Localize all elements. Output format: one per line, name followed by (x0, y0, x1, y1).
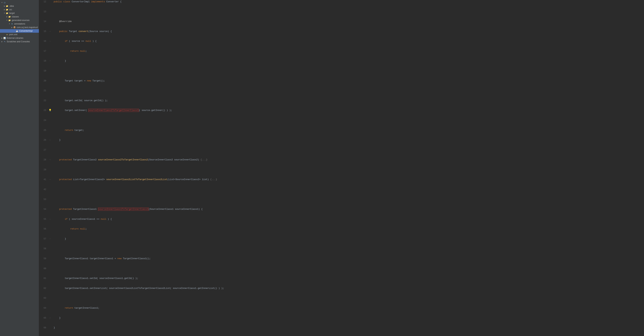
table-row: 54 protected TargetInnerClass1 sourceInn… (39, 207, 644, 217)
table-row: 41─ protected List<TargetInnerClass2> so… (39, 178, 644, 188)
gutter-cell: ─ (48, 316, 52, 326)
tree-arrow-gen (6, 19, 8, 21)
gutter-cell (48, 326, 52, 336)
code-line: target.setInner( sourceInnerClass1ToTarg… (52, 109, 644, 119)
line-number: 56 (39, 227, 48, 237)
gutter-cell (48, 89, 52, 99)
code-line: TargetInnerClass1 targetInnerClass1 = ne… (52, 257, 644, 267)
code-line: if ( source == null ) { (52, 40, 644, 50)
table-row: 29 (39, 168, 644, 178)
tree-arrow-src (3, 9, 6, 11)
code-line (52, 69, 644, 79)
table-row: 19 (39, 69, 644, 79)
line-number: 66 (39, 326, 48, 336)
code-line (52, 10, 644, 20)
line-number: 26 (39, 138, 48, 148)
table-row: 62 targetInnerClass1.setInnerList( sourc… (39, 286, 644, 296)
tree-item-generated-sources[interactable]: 📁 generated-sources (0, 19, 39, 22)
gutter-cell (48, 99, 52, 109)
gutter-cell: ─ (48, 158, 52, 168)
tree-arrow-idea (3, 5, 6, 7)
line-number: 60 (39, 267, 48, 277)
code-line (52, 148, 644, 158)
folder-icon-idea: 📁 (6, 5, 8, 8)
folder-icon-classes: 📁 (8, 15, 11, 18)
table-row: 12public class ConverterImpl implements … (39, 0, 644, 10)
table-row: 13 (39, 10, 644, 20)
line-number: 57 (39, 237, 48, 247)
gutter-cell (48, 168, 52, 178)
line-number: 20 (39, 79, 48, 89)
tree-label-pom: pom.xml (9, 33, 17, 36)
folder-icon-gen: 📁 (8, 19, 11, 22)
line-number: 13 (39, 10, 48, 20)
tree-arrow-scratches (1, 41, 3, 43)
tree-item-pomxml[interactable]: m pom.xml (0, 33, 39, 36)
package-icon: 📦 (13, 26, 16, 29)
folder-icon-src: 📁 (6, 8, 8, 11)
code-line (52, 119, 644, 129)
tree-item-annotations[interactable]: ⚙ annotations (0, 22, 39, 26)
gutter-cell (48, 306, 52, 316)
tree-item-external-libraries[interactable]: 📊 External Libraries (0, 36, 39, 40)
line-number: 28 (39, 158, 48, 168)
table-row: 23💡 target.setInner( sourceInnerClass1To… (39, 109, 644, 119)
line-number: 54 (39, 207, 48, 217)
code-line: } (52, 59, 644, 69)
tree-arrow-root (1, 2, 3, 4)
code-line: protected List<TargetInnerClass2> source… (52, 178, 644, 188)
tree-item-classes[interactable]: 📁 classes (0, 15, 39, 19)
file-tree[interactable]: 🗂 📁 .idea 📁 src 📁 target 📁 classes 📁 gen… (0, 0, 39, 336)
tree-item-scratches[interactable]: ✎ Scratches and Consoles (0, 40, 39, 43)
gutter-cell (48, 50, 52, 59)
table-row: 27 (39, 148, 644, 158)
table-row: 57─ } (39, 237, 644, 247)
tree-item-idea[interactable]: 📁 .idea (0, 4, 39, 8)
gutter-cell (48, 267, 52, 277)
gutter-cell (48, 277, 52, 286)
table-row: 55─ if ( sourceInnerClass1 == null ) { (39, 217, 644, 227)
folder-icon-target: 📁 (6, 12, 8, 15)
line-number: 12 (39, 0, 48, 10)
line-number: 42 (39, 188, 48, 198)
table-row: 66} (39, 326, 644, 336)
gutter-cell (48, 129, 52, 139)
tree-arrow-target (3, 12, 6, 14)
gutter-cell: ─ (48, 237, 52, 247)
tree-item-target[interactable]: 📁 target (0, 11, 39, 15)
table-row: 60 (39, 267, 644, 277)
line-number: 21 (39, 89, 48, 99)
code-line (52, 247, 644, 257)
table-row: 42 (39, 188, 644, 198)
tree-item-root[interactable]: 🗂 (0, 1, 39, 4)
gutter-cell (48, 20, 52, 30)
table-row: 22 target.setId( source.getId() ); (39, 99, 644, 109)
code-line: public class ConverterImpl implements Co… (52, 0, 644, 10)
code-line: protected TargetInnerClass2 sourceInnerC… (52, 158, 644, 168)
code-line (52, 188, 644, 198)
tree-label-target: target (9, 12, 15, 15)
gutter-cell (48, 10, 52, 20)
tree-item-src[interactable]: 📁 src (0, 8, 39, 11)
line-number: 65 (39, 316, 48, 326)
line-number: 55 (39, 217, 48, 227)
tree-item-package[interactable]: 📦 com.scj.test.mapstruct (0, 26, 39, 29)
tree-label-annotations: annotations (14, 23, 25, 25)
gutter-cell (48, 119, 52, 129)
tree-item-converterimpl[interactable]: ☕ ConverterImpl (0, 29, 39, 33)
gutter-cell (48, 79, 52, 89)
gutter-cell: 💡 (48, 109, 52, 119)
table-row: 14 @Override (39, 20, 644, 30)
table-row: 53 (39, 198, 644, 208)
table-row: 64 return targetInnerClass1; (39, 306, 644, 316)
gutter-cell (48, 247, 52, 257)
table-row: 59 TargetInnerClass1 targetInnerClass1 =… (39, 257, 644, 267)
gutter-cell: ─ (48, 178, 52, 188)
table-row: 16─ if ( source == null ) { (39, 40, 644, 50)
tree-label-converterimpl: ConverterImpl (19, 30, 32, 32)
tree-label-package: com.scj.test.mapstruct (17, 26, 38, 29)
gutter-cell (48, 207, 52, 217)
line-number: 14 (39, 20, 48, 30)
xml-icon-pom: m (6, 33, 8, 36)
code-line: } (52, 237, 644, 247)
